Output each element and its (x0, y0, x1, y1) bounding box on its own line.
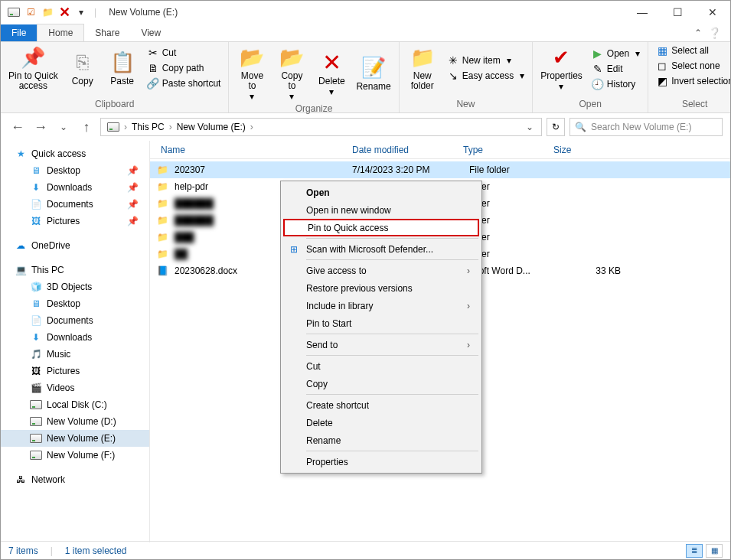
ctx-pin-start[interactable]: Pin to Start (283, 314, 479, 332)
col-date[interactable]: Date modified (348, 145, 459, 155)
paste-shortcut-button[interactable]: 🔗Paste shortcut (144, 77, 224, 90)
music-icon: 🎵 (30, 348, 42, 360)
paste-button[interactable]: 📋 Paste (104, 44, 141, 93)
ctx-cut[interactable]: Cut (283, 357, 479, 375)
nav-documents-2[interactable]: 📄Documents (1, 312, 149, 329)
ctx-rename[interactable]: Rename (283, 431, 479, 449)
maximize-button[interactable]: ☐ (660, 1, 695, 24)
nav-pictures[interactable]: 🖼Pictures📌 (1, 213, 149, 230)
separator (306, 259, 478, 260)
nav-documents[interactable]: 📄Documents📌 (1, 196, 149, 213)
recent-dropdown[interactable]: ⌄ (54, 118, 73, 136)
nav-desktop[interactable]: 🖥Desktop📌 (1, 162, 149, 179)
edit-button[interactable]: ✎Edit (589, 62, 643, 76)
help-icon[interactable]: ❔ (708, 27, 721, 39)
group-label: New (404, 99, 527, 111)
properties-button[interactable]: ✔Properties▾ (537, 44, 586, 93)
ctx-include-library[interactable]: Include in library› (283, 297, 479, 314)
close-qat-icon[interactable]: ✕ (57, 5, 71, 19)
pin-to-quick-access-button[interactable]: 📌 Pin to Quick access (5, 44, 61, 93)
file-row[interactable]: 📁2023077/14/2023 3:20 PMFile folder (150, 161, 730, 178)
ribbon-collapse-icon[interactable]: ⌃ (694, 28, 702, 38)
tab-view[interactable]: View (130, 24, 171, 41)
pictures-icon: 🖼 (30, 215, 42, 227)
nav-disk-c[interactable]: Local Disk (C:) (1, 396, 149, 413)
ctx-delete[interactable]: Delete (283, 414, 479, 431)
nav-disk-e[interactable]: New Volume (E:) (1, 430, 149, 447)
ctx-pin-quick-access[interactable]: Pin to Quick access (283, 219, 479, 236)
rename-icon: 📝 (361, 56, 386, 80)
close-button[interactable]: ✕ (695, 1, 730, 24)
checkbox-icon[interactable]: ☑ (24, 5, 38, 19)
nav-downloads[interactable]: ⬇Downloads📌 (1, 179, 149, 196)
ctx-create-shortcut[interactable]: Create shortcut (283, 396, 479, 414)
delete-x-icon: ✕ (319, 50, 344, 75)
ctx-restore-versions[interactable]: Restore previous versions (283, 279, 479, 297)
rename-button[interactable]: 📝Rename (353, 44, 393, 103)
nav-network[interactable]: 🖧Network (1, 471, 149, 488)
crumb-this-pc[interactable]: This PC (129, 122, 168, 132)
select-none-button[interactable]: ◻Select none (653, 59, 731, 73)
easy-access-button[interactable]: ↘Easy access▾ (444, 69, 527, 83)
ctx-send-to[interactable]: Send to› (283, 336, 479, 353)
drive-icon (30, 449, 42, 461)
tab-share[interactable]: Share (84, 24, 130, 41)
drive-crumb-icon (104, 122, 122, 132)
col-name[interactable]: Name (156, 145, 348, 155)
view-large-icons-button[interactable]: ▦ (706, 544, 723, 558)
move-to-button[interactable]: 📂Move to▾ (233, 44, 270, 103)
navigation-pane: ★Quick access 🖥Desktop📌 ⬇Downloads📌 📄Doc… (1, 141, 150, 542)
shield-icon: ⊞ (288, 243, 300, 256)
nav-videos[interactable]: 🎬Videos (1, 379, 149, 396)
open-button[interactable]: ▶Open▾ (589, 47, 643, 60)
up-button[interactable]: ↑ (77, 118, 96, 136)
nav-disk-f[interactable]: New Volume (F:) (1, 447, 149, 464)
nav-quick-access[interactable]: ★Quick access (1, 145, 149, 162)
refresh-button[interactable]: ↻ (547, 118, 565, 136)
ctx-open-new-window[interactable]: Open in new window (283, 201, 479, 219)
folder-icon[interactable]: 📁 (41, 5, 54, 19)
nav-disk-d[interactable]: New Volume (D:) (1, 413, 149, 430)
invert-selection-button[interactable]: ◩Invert selection (653, 74, 731, 88)
nav-onedrive[interactable]: ☁OneDrive (1, 237, 149, 254)
copy-button[interactable]: ⎘ Copy (64, 44, 101, 93)
tab-home[interactable]: Home (37, 24, 84, 41)
col-size[interactable]: Size (549, 145, 610, 155)
crumb-current[interactable]: New Volume (E:) (174, 122, 249, 132)
nav-3d-objects[interactable]: 🧊3D Objects (1, 278, 149, 295)
status-bar: 7 items | 1 item selected ≣ ▦ (1, 541, 730, 559)
ctx-copy[interactable]: Copy (283, 375, 479, 392)
delete-button[interactable]: ✕Delete▾ (313, 44, 350, 103)
ctx-give-access[interactable]: Give access to› (283, 262, 479, 279)
new-item-button[interactable]: ✳New item▾ (444, 54, 527, 67)
forward-button[interactable]: → (31, 118, 50, 136)
minimize-button[interactable]: — (625, 1, 660, 24)
copy-path-button[interactable]: 🗎Copy path (144, 61, 224, 75)
nav-desktop-2[interactable]: 🖥Desktop (1, 295, 149, 312)
shortcut-icon: 🔗 (147, 77, 159, 90)
column-headers[interactable]: Name Date modified Type Size (150, 141, 730, 159)
nav-downloads-2[interactable]: ⬇Downloads (1, 329, 149, 346)
nav-music[interactable]: 🎵Music (1, 346, 149, 363)
nav-this-pc[interactable]: 💻This PC (1, 262, 149, 278)
cut-button[interactable]: ✂Cut (144, 46, 224, 60)
history-button[interactable]: 🕘History (589, 77, 643, 91)
addr-dropdown-icon[interactable]: ⌄ (526, 122, 534, 132)
ctx-properties[interactable]: Properties (283, 453, 479, 470)
group-label: Open (537, 99, 643, 111)
copy-to-button[interactable]: 📂Copy to▾ (273, 44, 310, 103)
group-new: 📁New folder ✳New item▾ ↘Easy access▾ New (400, 42, 533, 112)
view-details-button[interactable]: ≣ (686, 544, 703, 558)
ctx-open[interactable]: Open (283, 184, 479, 201)
back-button[interactable]: ← (8, 118, 27, 136)
tab-file[interactable]: File (1, 24, 37, 41)
qat-dropdown-icon[interactable]: ▾ (74, 5, 88, 19)
nav-pictures-2[interactable]: 🖼Pictures (1, 363, 149, 379)
col-type[interactable]: Type (459, 145, 549, 155)
pin-icon: 📌 (127, 182, 139, 193)
new-folder-button[interactable]: 📁New folder (404, 44, 441, 93)
address-bar[interactable]: › This PC › New Volume (E:) › ⌄ (100, 118, 542, 136)
ctx-scan-defender[interactable]: ⊞Scan with Microsoft Defender... (283, 240, 479, 258)
search-input[interactable]: 🔍 Search New Volume (E:) (569, 118, 723, 136)
select-all-button[interactable]: ▦Select all (653, 44, 731, 57)
